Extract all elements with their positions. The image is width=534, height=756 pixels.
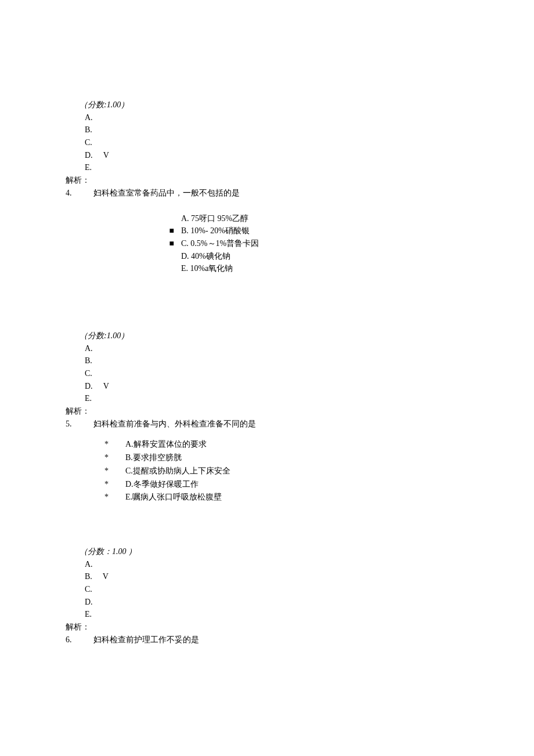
q5-option-b: * B.要求排空膀胱: [104, 451, 534, 464]
option-letter: D.: [85, 151, 93, 160]
score-prefix: （分数:: [80, 331, 107, 340]
q5-score: （分数：1.00 ）: [80, 545, 534, 558]
q4-opt-c: C.: [85, 367, 534, 380]
q5-option-a: * A.解释安置体位的要求: [104, 438, 534, 451]
option-letter: B.: [85, 572, 92, 581]
option-letter: A.: [85, 344, 93, 353]
q5-opt-d: D.: [85, 596, 534, 609]
q5-opt-c: C.: [85, 583, 534, 596]
q3-opt-a: A.: [85, 111, 534, 124]
option-text: A. 75呀口 95%乙醇: [181, 212, 248, 225]
q5-opt-e: E.: [85, 608, 534, 621]
q3-opt-e: E.: [85, 161, 534, 174]
option-text: A.解释安置体位的要求: [125, 438, 207, 451]
q4-analysis: 解析：: [66, 405, 534, 418]
option-letter: D.: [85, 598, 93, 606]
option-letter: B.: [85, 125, 92, 134]
option-text: C. 0.5%～1%普鲁卡因: [181, 237, 259, 250]
bullet-icon: *: [104, 451, 125, 464]
q3-opt-d: D.V: [85, 149, 534, 162]
q4-option-b: ■ B. 10%- 20%硝酸银: [0, 225, 534, 237]
option-letter: C.: [85, 585, 92, 594]
q5-analysis: 解析：: [66, 621, 534, 634]
q4-option-c: ■ C. 0.5%～1%普鲁卡因: [0, 237, 534, 250]
score-suffix: ）: [121, 100, 129, 109]
q5-option-e: * E.嘱病人张口呼吸放松腹壁: [104, 491, 534, 504]
score-prefix: （分数：: [80, 547, 112, 556]
option-letter: B.: [85, 356, 92, 365]
option-text: B. 10%- 20%硝酸银: [181, 225, 250, 237]
question-text: 妇科检查室常备药品中，一般不包括的是: [93, 189, 240, 197]
q3-opt-b: B.: [85, 124, 534, 136]
question-number: 6.: [66, 634, 93, 646]
option-text: C.提醒或协助病人上下床安全: [125, 465, 230, 478]
check-mark-icon: V: [103, 382, 109, 390]
option-letter: C.: [85, 369, 92, 378]
q5-stem: 5.妇科检查前准备与内、外科检查准备不同的是: [66, 418, 534, 431]
q4-score: （分数:1.00）: [80, 330, 534, 342]
bullet-icon: ■: [0, 237, 181, 250]
q4-option-e: E. 10%a氧化钠: [0, 262, 534, 275]
bullet-icon: *: [104, 465, 125, 478]
option-text: B.要求排空膀胱: [125, 451, 182, 464]
question-text: 妇科检查前护理工作不妥的是: [93, 635, 199, 644]
q5-options: * A.解释安置体位的要求 * B.要求排空膀胱 * C.提醒或协助病人上下床安…: [104, 438, 534, 503]
check-mark-icon: V: [103, 572, 109, 581]
option-letter: E.: [85, 163, 92, 172]
option-letter: E.: [85, 610, 92, 618]
q4-stem: 4.妇科检查室常备药品中，一般不包括的是: [66, 187, 534, 200]
q6-stem: 6.妇科检查前护理工作不妥的是: [66, 634, 534, 646]
bullet-icon: *: [104, 478, 125, 491]
q5-opt-b: B.V: [85, 570, 534, 583]
q4-opt-b: B.: [85, 355, 534, 367]
option-letter: A.: [85, 113, 93, 122]
q4-option-a: A. 75呀口 95%乙醇: [0, 212, 534, 225]
score-value: 1.00: [107, 100, 121, 109]
option-letter: D.: [85, 382, 93, 390]
q5-opt-a: A.: [85, 558, 534, 571]
question-number: 4.: [66, 187, 93, 200]
bullet-icon: *: [104, 438, 125, 451]
bullet-icon: ■: [0, 225, 181, 237]
option-text: D. 40%碘化钠: [181, 250, 230, 263]
score-prefix: （分数:: [80, 100, 107, 109]
q5-option-d: * D.冬季做好保暖工作: [104, 478, 534, 491]
check-mark-icon: V: [103, 151, 109, 160]
question-text: 妇科检查前准备与内、外科检查准备不同的是: [93, 419, 256, 428]
option-letter: A.: [85, 560, 93, 569]
option-letter: E.: [85, 394, 92, 403]
q4-options: A. 75呀口 95%乙醇 ■ B. 10%- 20%硝酸银 ■ C. 0.5%…: [0, 212, 534, 275]
score-value: 1.00: [112, 547, 127, 556]
q3-analysis: 解析：: [66, 174, 534, 187]
option-text: D.冬季做好保暖工作: [125, 478, 199, 491]
q5-option-c: * C.提醒或协助病人上下床安全: [104, 465, 534, 478]
q3-score: （分数:1.00）: [80, 99, 534, 111]
q3-opt-c: C.: [85, 136, 534, 149]
option-letter: C.: [85, 138, 92, 147]
question-number: 5.: [66, 418, 93, 431]
q4-opt-e: E.: [85, 392, 534, 405]
option-text: E.嘱病人张口呼吸放松腹壁: [125, 491, 222, 504]
q4-option-d: D. 40%碘化钠: [0, 250, 534, 263]
option-text: E. 10%a氧化钠: [181, 262, 233, 275]
score-value: 1.00: [107, 331, 121, 340]
q4-opt-d: D.V: [85, 380, 534, 393]
score-suffix: ）: [127, 547, 137, 556]
bullet-icon: *: [104, 491, 125, 504]
q4-opt-a: A.: [85, 342, 534, 355]
score-suffix: ）: [121, 331, 129, 340]
